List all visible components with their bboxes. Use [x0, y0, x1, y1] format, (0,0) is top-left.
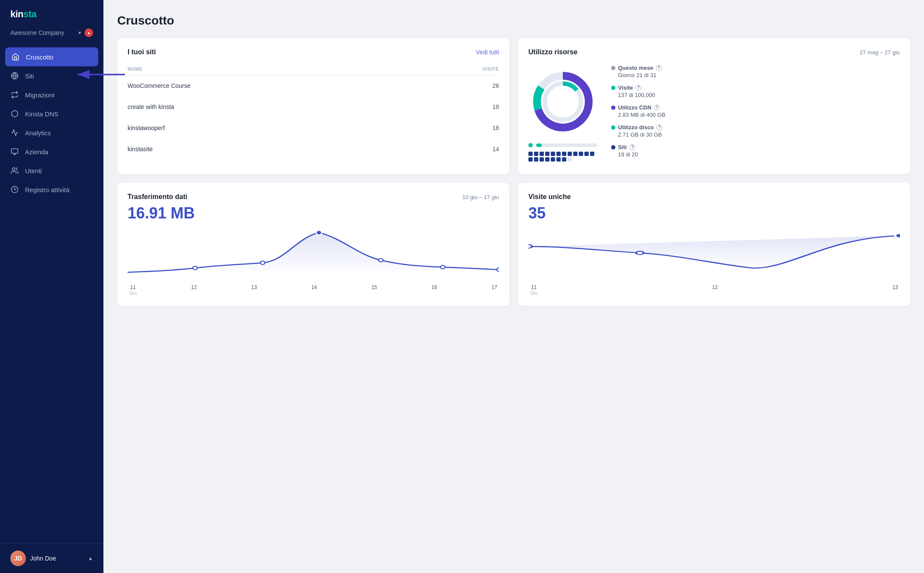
top-row: I tuoi siti Vedi tutti NOME VISITE WooCo… — [117, 38, 910, 174]
legend-value-month: Giorno 21 di 31 — [611, 72, 665, 78]
user-footer[interactable]: JD John Doe ▲ — [0, 543, 103, 573]
month-dot — [611, 66, 615, 70]
legend-list: Questo mese ? Giorno 21 di 31 Visite ? — [611, 65, 665, 158]
legend-value-disco: 2.71 GB di 30 GB — [611, 131, 665, 138]
chart-label: 13 — [893, 284, 898, 296]
company-icon — [10, 147, 19, 156]
sites-vedi-tutti-link[interactable]: Vedi tutti — [476, 49, 499, 56]
chart-label: 11 Giu — [530, 284, 537, 296]
sidebar-item-siti[interactable]: Siti — [0, 66, 103, 85]
avatar: JD — [10, 551, 26, 566]
grid-dot — [545, 157, 549, 162]
logo: kinsta — [10, 9, 93, 20]
sidebar-item-kinsta-dns[interactable]: Kinsta DNS — [0, 104, 103, 123]
sites-card-header: I tuoi siti Vedi tutti — [128, 48, 499, 56]
sidebar-item-registro[interactable]: Registro attività — [0, 180, 103, 199]
notification-bell[interactable]: ● — [84, 28, 93, 37]
chart-label: 12 — [191, 284, 197, 296]
company-name: Awesome Company — [10, 29, 75, 36]
sidebar-item-analytics[interactable]: Analytics — [0, 123, 103, 142]
nav-label-registro: Registro attività — [25, 186, 69, 193]
analytics-icon — [10, 128, 19, 137]
sidebar-item-cruscotto[interactable]: Cruscotto — [5, 47, 98, 66]
chart-label: 12 — [712, 284, 718, 296]
transfer-card: Trasferimento dati 10 giu – 17 giu 16.91… — [117, 183, 509, 306]
table-row[interactable]: kinstasite 14 — [128, 139, 499, 159]
grid-dot — [562, 157, 566, 162]
svg-point-15 — [316, 230, 322, 235]
page-title: Cruscotto — [117, 14, 910, 28]
siti-grid — [528, 152, 597, 162]
resources-legend: Questo mese ? Giorno 21 di 31 Visite ? — [611, 65, 665, 164]
disco-progress — [528, 143, 597, 147]
activity-icon — [10, 185, 19, 194]
site-name: kinstawooperf — [128, 125, 165, 131]
grid-dot — [579, 152, 583, 156]
sidebar: kinsta Awesome Company ▾ ● Cruscotto — [0, 0, 103, 573]
grid-dot — [545, 152, 549, 156]
grid-dot-empty — [568, 157, 572, 162]
chart-label: 17 — [492, 284, 497, 296]
resources-date: 27 mag – 27 giu — [860, 49, 900, 56]
legend-value-cdn: 2.83 MB di 400 GB — [611, 112, 665, 118]
legend-item-siti: Siti ? 19 di 20 — [611, 144, 665, 158]
site-visits: 18 — [492, 103, 499, 110]
transfer-card-title: Trasferimento dati — [128, 193, 187, 201]
disco-dot — [528, 143, 533, 147]
svg-point-5 — [12, 168, 15, 170]
table-row[interactable]: WooCommerce Course 26 — [128, 75, 499, 97]
nav-label-kinsta-dns: Kinsta DNS — [25, 110, 59, 118]
sidebar-item-migrazioni[interactable]: Migrazioni — [0, 85, 103, 104]
svg-point-16 — [379, 258, 383, 262]
grid-dot — [573, 152, 578, 156]
grid-dot — [590, 152, 594, 156]
info-icon-month[interactable]: ? — [656, 65, 662, 71]
legend-label-siti: Siti ? — [611, 144, 665, 150]
nav-label-migrazioni: Migrazioni — [25, 91, 54, 99]
grid-dot — [551, 152, 555, 156]
svg-point-19 — [528, 245, 532, 248]
info-icon-siti[interactable]: ? — [629, 144, 635, 150]
nav-label-utenti: Utenti — [25, 167, 42, 174]
chart-label: 15 — [371, 284, 377, 296]
sidebar-item-utenti[interactable]: Utenti — [0, 161, 103, 180]
transfer-chart-labels: 11 Giu 12 13 14 15 — [128, 284, 499, 296]
legend-label-visite: Visite ? — [611, 84, 665, 91]
legend-label-cdn: Utilizzo CDN ? — [611, 104, 665, 111]
site-name: kinstasite — [128, 146, 153, 153]
grid-dot — [562, 152, 566, 156]
sites-card-title: I tuoi siti — [128, 48, 156, 56]
company-selector[interactable]: Awesome Company ▾ ● — [0, 25, 103, 44]
svg-point-20 — [636, 251, 643, 255]
grid-dot — [528, 157, 533, 162]
info-icon-cdn[interactable]: ? — [654, 105, 660, 111]
table-row[interactable]: create with kinsta 18 — [128, 97, 499, 118]
nav-label-azienda: Azienda — [25, 148, 48, 156]
info-icon-disco[interactable]: ? — [656, 125, 662, 131]
siti-dot-legend — [611, 145, 615, 149]
legend-label-disco: Utilizzo disco ? — [611, 124, 665, 131]
migrate-icon — [10, 90, 19, 99]
grid-dot — [584, 152, 589, 156]
info-icon-visite[interactable]: ? — [635, 85, 641, 91]
site-visits: 18 — [492, 125, 499, 131]
table-row[interactable]: kinstawooperf 18 — [128, 118, 499, 139]
company-chevron-icon: ▾ — [78, 30, 81, 36]
legend-item-month: Questo mese ? Giorno 21 di 31 — [611, 65, 665, 78]
svg-point-13 — [193, 266, 197, 270]
site-name: create with kinsta — [128, 103, 174, 110]
disco-bar-fill — [536, 143, 542, 147]
nav-label-analytics: Analytics — [25, 129, 51, 137]
user-name: John Doe — [30, 555, 84, 562]
resources-header: Utilizzo risorse 27 mag – 27 giu — [528, 48, 900, 56]
chart-label: 14 — [311, 284, 317, 296]
legend-value-visite: 137 di 100,000 — [611, 92, 665, 98]
resources-card-title: Utilizzo risorse — [528, 48, 578, 56]
sites-card: I tuoi siti Vedi tutti NOME VISITE WooCo… — [117, 38, 509, 174]
sidebar-item-azienda[interactable]: Azienda — [0, 142, 103, 161]
nav-label-cruscotto: Cruscotto — [26, 53, 53, 61]
footer-chevron-icon: ▲ — [88, 555, 93, 561]
svg-point-17 — [440, 265, 445, 269]
col-visite: VISITE — [483, 66, 499, 72]
site-name: WooCommerce Course — [128, 82, 190, 89]
